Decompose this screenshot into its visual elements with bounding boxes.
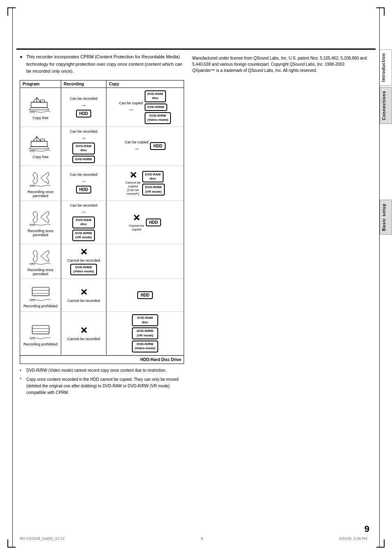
table-row: ♩♪♩ Copy free Can be recorded → HDD <box>20 88 184 127</box>
dvd-ram-rec-2: DVD-RAMdisc <box>72 143 95 154</box>
x-arrow-3: → ✕ <box>129 170 137 180</box>
program-label-7: Recording prohibited <box>23 342 58 346</box>
program-icon-2: ♩♪♩ <box>28 134 53 152</box>
copy-targets-7: DVD-RAMdisc DVD-R/RW(VR mode) DVD-R/RW(V… <box>132 314 159 352</box>
rec-content-6: → ✕ Cannot be recorded <box>67 288 100 303</box>
cell-copy-6: HDD <box>106 279 184 311</box>
cell-copy-2: Can be copied → HDD <box>106 127 184 166</box>
cell-recording-7: → ✕ Cannot be recorded <box>61 312 106 355</box>
svg-rect-19 <box>32 325 49 334</box>
table-row: ♩♪♩ Recording prohibited → ✕ Can <box>20 312 184 355</box>
cell-recording-3: Can be recorded → HDD <box>61 166 106 200</box>
cell-program-3: ♩♪♩ Recording once permitted <box>20 166 61 200</box>
table-row: ♩♪♩ Recording once permitted Can be reco… <box>20 201 184 244</box>
sidebar-tab-introduction[interactable]: Introduction <box>380 49 392 85</box>
bottom-notes: • DVD-R/RW (Video mode) cannot record co… <box>20 367 184 396</box>
x-arrow-rec-5: → ✕ <box>80 248 88 257</box>
cprm-table: Program Recording Copy <box>20 80 184 364</box>
intro-paragraph: This recorder incorporates CPRM (Content… <box>20 53 184 75</box>
cell-program-4: ♩♪♩ Recording once permitted <box>20 201 61 244</box>
rec-media-2: DVD-RAMdisc DVD-R/RW <box>72 143 95 163</box>
hdd-copy-4: HDD <box>146 219 161 226</box>
dvd-ram-target-1: DVD-RAMdisc <box>145 90 166 102</box>
bullet-1: • <box>20 367 24 374</box>
program-label-3: Recording once permitted <box>22 190 59 198</box>
copy-targets-1: DVD-RAMdisc DVD-R/RW DVD-R/RW(Video mode… <box>145 90 171 124</box>
program-label-6: Recording prohibited <box>23 304 58 308</box>
program-icon-7: ♩♪♩ <box>28 321 53 339</box>
rec-content-5: → ✕ Cannot be recorded DVD-R/RW(Video mo… <box>67 248 100 276</box>
header-recording: Recording <box>61 81 106 88</box>
hdd-copy-2: HDD <box>150 142 166 150</box>
program-label-1: Copy free <box>32 116 48 120</box>
cell-program-6: ♩♪♩ Recording prohibited <box>20 279 61 311</box>
right-column: Manufactured under license from QSound L… <box>192 53 367 398</box>
header-copy: Copy <box>106 81 184 88</box>
bottom-note-1: • DVD-R/RW (Video mode) cannot record co… <box>20 367 184 374</box>
can-record-label-2: Can be recorded <box>70 129 97 134</box>
svg-rect-3 <box>41 100 44 102</box>
rec-media-4: DVD-RAMdisc DVD-R/RW(VR mode) <box>72 216 95 242</box>
cell-copy-1: Can be copied → DVD-RAMdisc DVD-R/RW DVD… <box>106 88 184 127</box>
dvd-rw-video-target-7: DVD-R/RW(Video mode) <box>132 341 159 352</box>
dvd-ram-target-3: DVD-RAMdisc <box>142 171 164 183</box>
rec-content-2: Can be recorded → DVD-RAMdisc DVD-R/RW <box>70 129 97 163</box>
cell-program-5: ♩♪♩ Recording once permitted <box>20 244 61 279</box>
x-arrow-rec-7: → ✕ <box>80 326 88 336</box>
table-row: ♩♪♩ Recording once permitted Can be reco… <box>20 166 184 201</box>
dvd-ram-rec-4: DVD-RAMdisc <box>72 216 95 228</box>
cell-program-2: ♩♪♩ Copy free <box>20 127 61 166</box>
cell-recording-6: → ✕ Cannot be recorded <box>61 279 106 311</box>
x-arrow-rec-6: → ✕ <box>80 288 88 297</box>
top-hline <box>16 48 376 50</box>
dvd-rw-vr-target-3: DVD-R/RW(VR mode) <box>142 184 165 196</box>
dvd-rw-rec-2: DVD-R/RW <box>72 156 95 163</box>
corner-mark-tr <box>376 7 385 16</box>
program-icon-5: ♩♪♩ <box>28 246 53 265</box>
cell-copy-7: DVD-RAMdisc DVD-R/RW(VR mode) DVD-R/RW(V… <box>106 312 184 355</box>
copy-flow-3: → ✕ Cannot becopied(Can bemoved*) DVD-RA… <box>125 170 165 196</box>
program-icon-6: ♩♪♩ <box>28 283 53 301</box>
program-icon-1: ♩♪♩ <box>28 94 53 113</box>
header-program: Program <box>20 81 61 88</box>
two-col-layout: This recorder incorporates CPRM (Content… <box>20 53 367 398</box>
svg-rect-0 <box>31 102 47 108</box>
cannot-record-label-7: Cannot be recorded <box>67 337 100 341</box>
table-row: ♩♪♩ Copy free Can be recorded → DVD-RAMd… <box>20 127 184 166</box>
can-record-label-1: Can be recorded <box>70 97 97 101</box>
note-text-2: Copy once content recorded in the HDD ca… <box>26 376 184 396</box>
rec-content-4: Can be recorded → DVD-RAMdisc DVD-R/RW(V… <box>70 203 97 242</box>
dvd-rw-video-target-1: DVD-R/RW(Video mode) <box>145 112 171 124</box>
sidebar-tab-basic-setup[interactable]: Basic setup <box>380 200 392 235</box>
copy-targets-3: DVD-RAMdisc DVD-R/RW(VR mode) <box>142 171 165 196</box>
program-label-2: Copy free <box>32 155 48 159</box>
cell-recording-4: Can be recorded → DVD-RAMdisc DVD-R/RW(V… <box>61 201 106 244</box>
copy-can-1: Can be copied → <box>119 101 143 113</box>
sidebar-tab-connections[interactable]: Connections <box>380 87 392 124</box>
bullet-2: * <box>20 376 24 396</box>
dvd-rw-target-1: DVD-R/RW <box>145 104 167 111</box>
cannot-record-label-6: Cannot be recorded <box>67 299 100 303</box>
svg-rect-15 <box>32 287 49 296</box>
program-label-5: Recording once permitted <box>22 268 59 276</box>
cell-copy-3: → ✕ Cannot becopied(Can bemoved*) DVD-RA… <box>106 166 184 200</box>
note-text-1: DVD-R/RW (Video mode) cannot record copy… <box>26 367 184 374</box>
can-record-label-4: Can be recorded <box>70 203 97 207</box>
svg-rect-6 <box>31 141 47 147</box>
svg-rect-9 <box>41 139 44 141</box>
cell-recording-2: Can be recorded → DVD-RAMdisc DVD-R/RW <box>61 127 106 166</box>
hdd-note: HDD:Hard Disc Drive <box>20 355 184 364</box>
rec-content-3: Can be recorded → HDD <box>70 173 97 193</box>
program-label-4: Recording once permitted <box>22 229 59 237</box>
dvd-rw-video-rec-5: DVD-R/RW(Video mode) <box>70 264 97 276</box>
cell-recording-1: Can be recorded → HDD <box>61 88 106 127</box>
right-col-text: Manufactured under license from QSound L… <box>192 55 367 74</box>
hdd-box-6: HDD <box>137 291 153 299</box>
cell-recording-5: → ✕ Cannot be recorded DVD-R/RW(Video mo… <box>61 244 106 279</box>
x-arrow-4: → ✕ <box>132 214 141 223</box>
dvd-ram-target-7: DVD-RAMdisc <box>132 314 159 326</box>
bottom-note-2: * Copy once content recorded in the HDD … <box>20 376 184 396</box>
table-header: Program Recording Copy <box>20 81 184 88</box>
cell-copy-5 <box>106 244 184 279</box>
sidebar: Introduction Connections Basic setup <box>380 49 392 235</box>
